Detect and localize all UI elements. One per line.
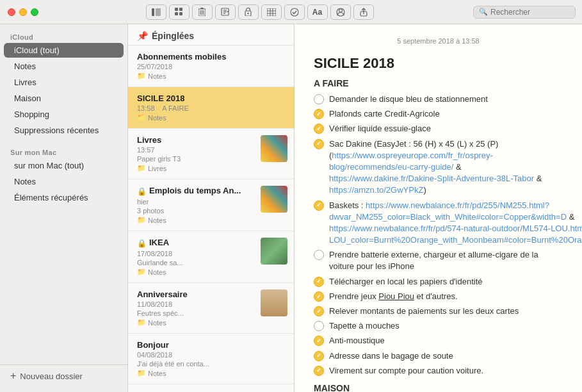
toolbar: Aa — [46, 4, 473, 20]
new-folder-button[interactable]: + Nouveau dossier — [10, 370, 117, 382]
todo-item-t3: Vérifier liquide essuie-glace — [314, 123, 563, 135]
link-nb2[interactable]: https://www.newbalance.fr/fr/pd/574-natu… — [329, 224, 582, 245]
todo-checkbox-t6[interactable] — [314, 250, 324, 260]
note-item-abonnements[interactable]: Abonnements mobiles 25/07/2018 📁 Notes — [128, 45, 294, 87]
todo-text: Plafonds carte Credit-Agricole — [329, 108, 563, 120]
note-item-mission[interactable]: Mission impossible 03/08/2018 https://yo… — [128, 384, 294, 392]
note-folder: 📁 Notes — [137, 318, 285, 327]
todo-text: Relever montants de paiements sur les de… — [329, 306, 563, 317]
note-item-sicile[interactable]: SICILE 2018 13:58 A FAIRE 📁 Notes — [128, 87, 294, 129]
note-item-emplois[interactable]: 🔒 Emplois du temps An... hier 3 photos 📁… — [128, 179, 294, 231]
share-button[interactable] — [353, 4, 374, 20]
todo-checkbox-t7[interactable] — [314, 277, 324, 287]
sidebar: iCloud iCloud (tout) Notes Livres Maison… — [0, 24, 128, 392]
lock-icon: 🔒 — [137, 187, 147, 196]
note-folder: 📁 Notes — [137, 369, 285, 377]
search-icon: 🔍 — [479, 8, 488, 16]
todo-item-t4: Sac Dakine (EasyJet : 56 (H) x 45 (L) x … — [314, 138, 563, 197]
note-item-ikea[interactable]: 🔒 IKEA 17/08/2018 Guirlande sa... 📁 Note… — [128, 231, 294, 283]
contact-button[interactable] — [330, 4, 351, 20]
todo-checkbox-t8[interactable] — [314, 291, 324, 302]
note-folder: 📁 Notes — [137, 113, 285, 122]
grid-view-button[interactable] — [169, 4, 190, 20]
minimize-button[interactable] — [19, 8, 27, 16]
svg-point-23 — [291, 8, 298, 16]
format-button[interactable]: Aa — [307, 4, 328, 20]
svg-rect-2 — [175, 8, 178, 11]
note-title: Bonjour — [137, 340, 285, 350]
todo-checkbox-t13[interactable] — [314, 366, 324, 376]
note-item-bonjour[interactable]: Bonjour 04/08/2018 J'ai déjà été en cont… — [128, 334, 294, 384]
todo-text: Anti-moustique — [329, 335, 563, 347]
link-nb1[interactable]: https://www.newbalance.fr/fr/pd/255/NM25… — [329, 200, 567, 222]
todo-checkbox-t11[interactable] — [314, 336, 324, 346]
todo-item-t10: Tapette à mouches — [314, 320, 563, 332]
delete-button[interactable] — [192, 4, 213, 20]
todo-checkbox-t3[interactable] — [314, 124, 324, 134]
sidebar-item-suppressions[interactable]: Suppressions récentes — [4, 123, 124, 138]
todo-checkbox-t12[interactable] — [314, 351, 324, 361]
sidebar-item-mac-elements[interactable]: Éléments récupérés — [4, 190, 124, 205]
todo-text: Sac Dakine (EasyJet : 56 (H) x 45 (L) x … — [329, 138, 563, 197]
sidebar-item-mac-notes[interactable]: Notes — [4, 174, 124, 189]
todo-item-t11: Anti-moustique — [314, 335, 563, 347]
icloud-section-label: iCloud — [0, 29, 127, 42]
sidebar-item-icloud-tout[interactable]: iCloud (tout) — [4, 43, 124, 58]
folder-icon: 📁 — [137, 369, 146, 377]
sidebar-item-livres[interactable]: Livres — [4, 75, 124, 90]
todo-item-t6: Prendre batterie externe, chargeur et al… — [314, 249, 563, 272]
folder-icon: 📁 — [137, 216, 146, 224]
todo-checkbox-t4[interactable] — [314, 139, 324, 149]
todo-item-t5: Baskets : https://www.newbalance.fr/fr/p… — [314, 200, 563, 247]
folder-icon: 📁 — [137, 268, 146, 276]
todo-checkbox-t5[interactable] — [314, 200, 324, 211]
svg-rect-0 — [152, 8, 154, 16]
note-item-anniversaire[interactable]: Anniversaire 11/08/2018 Feutres spéc... … — [128, 283, 294, 334]
todo-text: Prendre batterie externe, chargeur et al… — [329, 249, 563, 272]
svg-rect-1 — [156, 8, 161, 16]
note-thumbnail — [261, 238, 287, 265]
compose-button[interactable] — [215, 4, 236, 20]
sidebar-toggle-button[interactable] — [146, 4, 166, 20]
link-dakine[interactable]: https://www.dakine.fr/Dakine-Split-Adven… — [329, 174, 534, 183]
checkmark-button[interactable] — [284, 4, 305, 20]
todo-text: Virement sur compte pour caution voiture… — [329, 365, 563, 377]
sidebar-item-shopping[interactable]: Shopping — [4, 107, 124, 122]
lock-button[interactable] — [238, 4, 259, 20]
todo-item-t9: Relever montants de paiements sur les de… — [314, 306, 563, 317]
folder-icon: 📁 — [137, 318, 146, 327]
note-title: SICILE 2018 — [137, 94, 285, 103]
svg-rect-18 — [267, 8, 276, 16]
note-thumbnail — [261, 135, 287, 162]
maximize-button[interactable] — [31, 8, 38, 16]
todo-item-t2: Plafonds carte Credit-Agricole — [314, 108, 563, 120]
sidebar-item-notes[interactable]: Notes — [4, 59, 124, 74]
sidebar-footer: + Nouveau dossier — [0, 364, 127, 387]
mac-section-label: Sur mon Mac — [0, 145, 127, 158]
folder-icon: 📁 — [137, 164, 146, 172]
todo-item-t8: Prendre jeux Piou Piou et d'autres. — [314, 291, 563, 302]
todo-item-t7: Télécharger en local les papiers d'ident… — [314, 276, 563, 288]
note-item-livres[interactable]: Livres 13:57 Paper girls T3 📁 Livres — [128, 129, 294, 179]
link-osprey[interactable]: https://www.ospreyeurope.com/fr_fr/ospre… — [329, 151, 493, 172]
todo-text: Baskets : https://www.newbalance.fr/fr/p… — [329, 200, 582, 247]
note-folder: 📁 Notes — [137, 72, 285, 80]
todo-item-t12: Adresse dans le bagage de soute — [314, 350, 563, 362]
search-input[interactable] — [490, 8, 567, 17]
link-amzn[interactable]: https://amzn.to/2GwYPkZ — [329, 185, 423, 195]
section-heading-maison: MAISON — [314, 383, 563, 392]
todo-checkbox-t9[interactable] — [314, 306, 324, 316]
search-bar[interactable]: 🔍 — [473, 6, 576, 19]
todo-checkbox-t10[interactable] — [314, 321, 324, 331]
note-detail-date: 5 septembre 2018 à 13:58 — [314, 37, 563, 45]
todo-checkbox-t1[interactable] — [314, 94, 324, 104]
sidebar-item-mac-tout[interactable]: sur mon Mac (tout) — [4, 158, 124, 173]
sidebar-item-maison[interactable]: Maison — [4, 91, 124, 106]
note-thumbnail — [261, 290, 287, 316]
notes-list: 📌 Épinglées Abonnements mobiles 25/07/20… — [128, 24, 295, 392]
note-folder: 📁 Notes — [137, 268, 285, 276]
todo-item-t1: Demander le disque bleu de stationnement — [314, 94, 563, 105]
table-button[interactable] — [261, 4, 282, 20]
todo-checkbox-t2[interactable] — [314, 109, 324, 119]
close-button[interactable] — [8, 8, 15, 16]
